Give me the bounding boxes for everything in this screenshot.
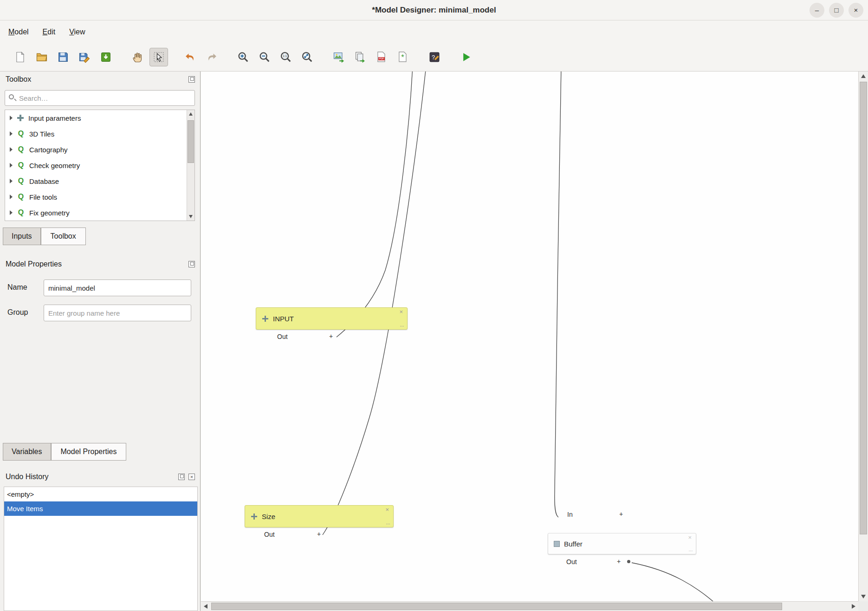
expand-arrow-icon[interactable] [10,131,13,136]
toolbar: 1:1 PDF * ? [0,43,868,72]
tree-scrollbar[interactable] [187,110,194,221]
group-label: Group [7,308,28,317]
undo-item-empty[interactable]: <empty> [4,487,197,501]
expand-arrow-icon[interactable] [10,116,13,120]
tree-item-cartography[interactable]: Q Cartography [5,142,194,157]
remove-node-icon[interactable]: × [399,309,403,315]
canvas-vertical-scrollbar[interactable] [858,72,868,601]
tree-item-3d-tiles[interactable]: Q 3D Tiles [5,126,194,142]
float-panel-icon[interactable] [178,474,185,480]
minimize-icon[interactable]: – [810,3,824,18]
scroll-thumb[interactable] [188,120,194,163]
node-options-icon[interactable]: ··· [688,548,693,553]
remove-node-icon[interactable]: × [688,534,692,541]
tab-inputs[interactable]: Inputs [3,228,41,245]
toolbox-search [5,90,195,106]
model-group-field[interactable] [44,305,191,321]
qgis-algorithm-icon: Q [17,130,25,138]
export-image-icon [332,51,345,64]
buffer-in-socket-label: In [567,511,573,518]
canvas-horizontal-scrollbar[interactable] [201,601,858,611]
undo-button[interactable] [181,48,200,66]
redo-button[interactable] [202,48,221,66]
tree-item-database[interactable]: Q Database [5,173,194,189]
save-model-as-button[interactable] [75,48,94,66]
size-out-socket[interactable]: + [317,530,321,538]
connection-dot [627,560,630,563]
zoom-out-button[interactable] [255,48,274,66]
toolbox-panel-title: Toolbox [6,75,31,84]
expand-arrow-icon[interactable] [10,163,13,168]
export-script-button[interactable]: * [394,48,412,66]
zoom-in-button[interactable] [234,48,253,66]
edit-model-help-button[interactable]: ? [425,48,444,66]
parameter-icon [262,315,269,322]
zoom-actual-button[interactable]: 1:1 [277,48,295,66]
zoom-full-button[interactable] [298,48,317,66]
pan-tool-button[interactable] [128,48,147,66]
save-model-button[interactable] [54,48,72,66]
run-model-button[interactable] [457,48,475,66]
model-name-field[interactable] [44,280,191,296]
qgis-algorithm-icon: Q [17,161,25,169]
search-icon [9,94,14,99]
scroll-thumb[interactable] [860,82,867,534]
close-panel-icon[interactable]: × [188,474,195,480]
tree-item-file-tools[interactable]: Q File tools [5,189,194,205]
close-icon[interactable]: × [849,3,863,18]
model-node-input[interactable]: INPUT × ··· [256,307,408,330]
zoom-full-icon [301,51,314,64]
menu-edit[interactable]: Edit [43,28,56,36]
window-controls: – □ × [810,3,863,18]
node-options-icon[interactable]: ··· [400,323,404,329]
expand-arrow-icon[interactable] [10,179,13,183]
model-canvas[interactable]: INPUT × ··· Out + Size × ··· Out + In + … [201,72,858,601]
svg-text:?: ? [432,54,435,61]
tab-model-properties[interactable]: Model Properties [51,443,127,461]
menu-model[interactable]: Model [8,28,29,36]
open-folder-icon [35,51,48,64]
tab-variables[interactable]: Variables [3,443,51,461]
export-pdf-button[interactable]: PDF [372,48,391,66]
expand-arrow-icon[interactable] [10,147,13,152]
node-options-icon[interactable]: ··· [386,521,390,526]
tree-item-check-geometry[interactable]: Q Check geometry [5,157,194,173]
scroll-right-icon[interactable] [852,604,855,609]
scroll-down-icon[interactable] [861,595,866,598]
pan-hand-icon [131,51,144,64]
input-out-socket[interactable]: + [329,332,333,340]
tree-item-fix-geometry[interactable]: Q Fix geometry [5,205,194,221]
edit-help-icon: ? [428,51,441,64]
search-input[interactable] [19,91,193,105]
tree-item-input-parameters[interactable]: Input parameters [5,110,194,126]
input-out-socket-label: Out [277,333,288,340]
save-model-in-project-button[interactable] [97,48,115,66]
new-model-button[interactable] [11,48,30,66]
scroll-down-icon[interactable] [189,215,193,218]
maximize-icon[interactable]: □ [829,3,844,18]
scrollbar-corner [858,601,868,611]
scroll-up-icon[interactable] [189,112,193,116]
export-svg-button[interactable] [351,48,369,66]
tab-toolbox[interactable]: Toolbox [41,228,86,245]
remove-node-icon[interactable]: × [385,507,389,513]
buffer-out-socket[interactable]: + [617,558,621,565]
new-document-icon [14,51,27,64]
float-panel-icon[interactable] [188,261,195,267]
expand-arrow-icon[interactable] [10,210,13,215]
wire-input-out [337,72,413,337]
scroll-up-icon[interactable] [861,74,866,78]
model-node-buffer[interactable]: Buffer × ··· [548,533,696,554]
open-model-button[interactable] [32,48,51,66]
export-image-button[interactable] [330,48,348,66]
buffer-in-socket[interactable]: + [619,510,623,518]
menu-view[interactable]: View [69,28,85,36]
float-panel-icon[interactable] [188,76,195,83]
expand-arrow-icon[interactable] [10,195,13,199]
select-tool-button[interactable] [149,48,168,66]
model-node-size[interactable]: Size × ··· [245,505,394,527]
scroll-thumb[interactable] [211,603,782,610]
scroll-left-icon[interactable] [204,604,207,609]
undo-item-move-items[interactable]: Move Items [4,501,197,516]
qgis-algorithm-icon: Q [17,145,25,154]
